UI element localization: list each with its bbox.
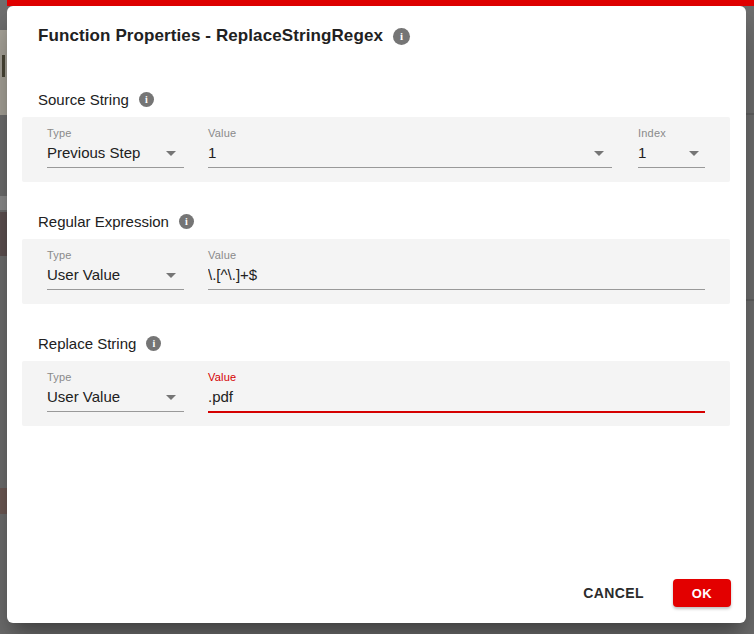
field-label: Value (208, 126, 612, 140)
replace-value-input[interactable] (208, 387, 705, 407)
dialog-actions: CANCEL OK (581, 579, 731, 607)
info-icon[interactable]: i (146, 336, 161, 351)
regex-type-select[interactable]: Type User Value (47, 248, 184, 290)
info-icon[interactable]: i (179, 214, 194, 229)
dropdown-arrow-icon (166, 395, 176, 400)
field-label: Index (638, 126, 705, 140)
cancel-button[interactable]: CANCEL (581, 579, 646, 607)
regular-expression-panel: Type User Value Value (22, 239, 730, 304)
field-label: Value (208, 248, 705, 262)
field-label: Type (47, 248, 184, 262)
selected-value: Previous Step (47, 143, 140, 163)
selected-value: User Value (47, 387, 120, 407)
screen: Function Properties - ReplaceStringRegex… (0, 0, 754, 634)
replace-type-select[interactable]: Type User Value (47, 370, 184, 412)
background-app-edge (0, 212, 7, 256)
background-app-edge (2, 55, 5, 77)
selected-value: 1 (208, 143, 216, 163)
background-app-edge (746, 113, 754, 115)
info-icon[interactable]: i (139, 92, 154, 107)
section-source-string: Source String i Type Previous Step Value… (7, 91, 746, 182)
selected-value: User Value (47, 265, 120, 285)
field-label: Value (208, 370, 705, 384)
dropdown-arrow-icon (594, 151, 604, 156)
section-regular-expression: Regular Expression i Type User Value Val… (7, 213, 746, 304)
field-label: Type (47, 370, 184, 384)
field-label: Type (47, 126, 184, 140)
function-properties-dialog: Function Properties - ReplaceStringRegex… (7, 6, 746, 623)
dropdown-arrow-icon (166, 151, 176, 156)
source-type-select[interactable]: Type Previous Step (47, 126, 184, 168)
background-app-edge (746, 299, 754, 301)
selected-value: 1 (638, 143, 646, 163)
dropdown-arrow-icon (689, 151, 699, 156)
ok-button[interactable]: OK (673, 579, 731, 607)
source-value-select[interactable]: Value 1 (208, 126, 612, 168)
dropdown-arrow-icon (166, 273, 176, 278)
regex-value-input[interactable] (208, 265, 705, 285)
background-app-edge (0, 488, 7, 514)
replace-string-panel: Type User Value Value (22, 361, 730, 426)
source-string-panel: Type Previous Step Value 1 Index (22, 117, 730, 182)
dialog-title: Function Properties - ReplaceStringRegex (38, 26, 383, 46)
background-app-edge (0, 196, 7, 210)
section-heading: Regular Expression (38, 213, 169, 230)
regex-value-field[interactable]: Value (208, 248, 705, 290)
source-index-select[interactable]: Index 1 (638, 126, 705, 168)
section-heading: Source String (38, 91, 129, 108)
replace-value-field[interactable]: Value (208, 370, 705, 413)
section-heading: Replace String (38, 335, 136, 352)
info-icon[interactable]: i (393, 28, 410, 45)
section-replace-string: Replace String i Type User Value Value (7, 335, 746, 426)
dialog-header: Function Properties - ReplaceStringRegex… (38, 26, 746, 46)
